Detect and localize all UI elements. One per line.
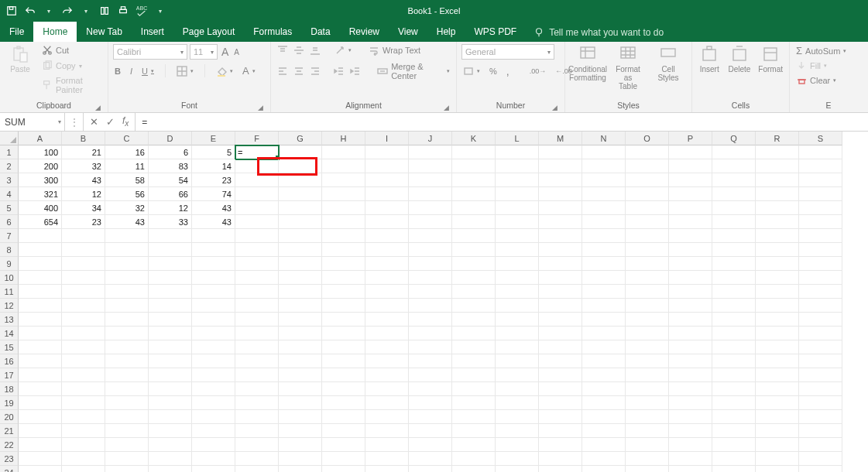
cell[interactable] bbox=[496, 299, 539, 313]
cell[interactable]: 6 bbox=[149, 145, 192, 159]
cell[interactable] bbox=[19, 410, 62, 424]
cell[interactable] bbox=[62, 285, 105, 299]
cell[interactable] bbox=[279, 368, 322, 382]
cell[interactable] bbox=[235, 313, 279, 327]
cell[interactable] bbox=[712, 299, 756, 313]
cell[interactable]: 74 bbox=[192, 187, 235, 201]
cell[interactable] bbox=[626, 368, 669, 382]
cell[interactable] bbox=[582, 313, 626, 327]
cell[interactable] bbox=[452, 396, 496, 410]
align-center-icon[interactable] bbox=[292, 65, 306, 77]
delete-cells-button[interactable]: Delete bbox=[726, 44, 752, 74]
cell[interactable] bbox=[496, 271, 539, 285]
undo-more-icon[interactable]: ▾ bbox=[42, 4, 56, 18]
tab-view[interactable]: View bbox=[389, 22, 427, 42]
cell[interactable] bbox=[19, 327, 62, 340]
tab-formulas[interactable]: Formulas bbox=[244, 22, 301, 42]
cell[interactable] bbox=[105, 382, 149, 396]
cell[interactable] bbox=[496, 187, 539, 201]
cell[interactable] bbox=[496, 201, 539, 215]
colhead-Q[interactable]: Q bbox=[712, 132, 756, 145]
cell[interactable] bbox=[756, 368, 799, 382]
save-icon[interactable] bbox=[5, 4, 19, 18]
cell[interactable] bbox=[365, 243, 409, 257]
cell[interactable] bbox=[365, 187, 409, 201]
cell[interactable]: 43 bbox=[192, 215, 235, 229]
cell[interactable] bbox=[626, 173, 669, 187]
cell[interactable] bbox=[365, 313, 409, 327]
cell[interactable] bbox=[235, 466, 279, 472]
cell[interactable] bbox=[669, 285, 712, 299]
cell[interactable] bbox=[712, 201, 756, 215]
cell[interactable] bbox=[799, 396, 842, 410]
cell[interactable] bbox=[365, 285, 409, 299]
cell[interactable] bbox=[452, 201, 496, 215]
cell[interactable] bbox=[322, 327, 365, 340]
cell[interactable] bbox=[539, 145, 582, 159]
cell[interactable] bbox=[496, 396, 539, 410]
colhead-G[interactable]: G bbox=[279, 132, 322, 145]
name-box[interactable]: SUM▾ bbox=[0, 113, 65, 131]
format-cells-button[interactable]: Format bbox=[756, 44, 784, 74]
cell[interactable] bbox=[669, 243, 712, 257]
cell[interactable] bbox=[539, 410, 582, 424]
cell[interactable] bbox=[452, 159, 496, 173]
cell[interactable] bbox=[756, 173, 799, 187]
cell[interactable] bbox=[712, 424, 756, 438]
cell[interactable] bbox=[322, 368, 365, 382]
rowhead-5[interactable]: 5 bbox=[0, 201, 19, 215]
cell[interactable] bbox=[279, 424, 322, 438]
cell[interactable] bbox=[192, 452, 235, 466]
cell[interactable] bbox=[669, 215, 712, 229]
cell[interactable]: 32 bbox=[105, 201, 149, 215]
cell[interactable] bbox=[322, 187, 365, 201]
font-color-icon[interactable]: A▾ bbox=[241, 64, 257, 77]
cell[interactable] bbox=[582, 438, 626, 452]
cell[interactable] bbox=[756, 285, 799, 299]
cell[interactable] bbox=[62, 466, 105, 472]
cell[interactable] bbox=[452, 382, 496, 396]
cell[interactable] bbox=[365, 452, 409, 466]
cell[interactable] bbox=[539, 327, 582, 340]
cell[interactable] bbox=[235, 187, 279, 201]
cell[interactable] bbox=[149, 285, 192, 299]
cell[interactable] bbox=[669, 382, 712, 396]
cell[interactable] bbox=[452, 452, 496, 466]
cell[interactable] bbox=[452, 257, 496, 271]
tab-file[interactable]: File bbox=[0, 22, 33, 42]
cell[interactable]: 16 bbox=[105, 145, 149, 159]
font-name-combo[interactable]: Calibri▾ bbox=[113, 44, 187, 60]
cell[interactable] bbox=[712, 396, 756, 410]
cell[interactable] bbox=[365, 382, 409, 396]
cell[interactable] bbox=[712, 159, 756, 173]
cell[interactable] bbox=[669, 299, 712, 313]
accounting-icon[interactable]: ▾ bbox=[461, 65, 482, 77]
font-size-combo[interactable]: 11▾ bbox=[190, 44, 218, 60]
cell[interactable] bbox=[582, 215, 626, 229]
cell[interactable] bbox=[756, 243, 799, 257]
cell[interactable] bbox=[105, 229, 149, 243]
formula-input[interactable]: = bbox=[136, 113, 868, 131]
inc-decimal-icon[interactable]: .00→ bbox=[528, 67, 548, 76]
cell[interactable] bbox=[799, 229, 842, 243]
bold-button[interactable]: B bbox=[113, 66, 122, 77]
cell[interactable] bbox=[235, 424, 279, 438]
cell[interactable] bbox=[62, 340, 105, 354]
cell[interactable] bbox=[235, 271, 279, 285]
cell[interactable] bbox=[669, 327, 712, 340]
rowhead-14[interactable]: 14 bbox=[0, 327, 19, 340]
cell[interactable] bbox=[799, 299, 842, 313]
colhead-P[interactable]: P bbox=[669, 132, 712, 145]
cell[interactable] bbox=[756, 410, 799, 424]
cell[interactable] bbox=[669, 187, 712, 201]
cell[interactable] bbox=[105, 368, 149, 382]
cell[interactable] bbox=[365, 299, 409, 313]
align-middle-icon[interactable] bbox=[292, 44, 306, 56]
cell[interactable] bbox=[539, 285, 582, 299]
cell[interactable] bbox=[279, 173, 322, 187]
cell[interactable]: 23 bbox=[62, 215, 105, 229]
cell[interactable] bbox=[799, 327, 842, 340]
colhead-H[interactable]: H bbox=[322, 132, 365, 145]
cell[interactable] bbox=[19, 340, 62, 354]
cell[interactable] bbox=[799, 466, 842, 472]
